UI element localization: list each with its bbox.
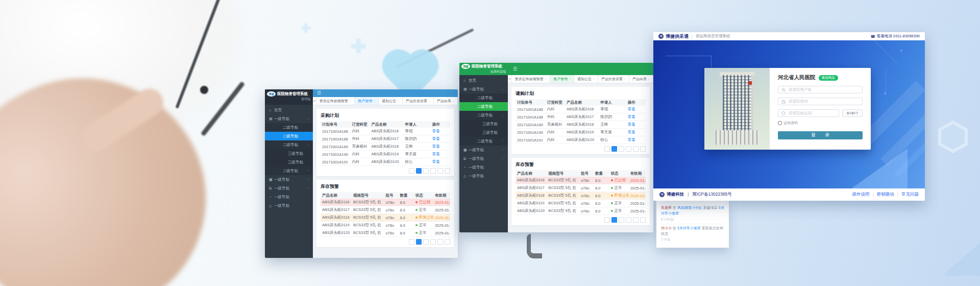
page-button[interactable]	[633, 146, 639, 152]
page-button[interactable]	[626, 146, 631, 152]
page-button[interactable]	[445, 239, 450, 245]
sidebar-item[interactable]: ⌂ 首页	[265, 106, 313, 114]
medical-plus-decoration	[301, 23, 310, 33]
sidebar-item[interactable]: ▦ 一级导航 ﹀	[265, 175, 313, 184]
sidebar-item[interactable]: 二级导航	[459, 102, 508, 111]
page-button[interactable]	[437, 239, 443, 245]
tabs-scroll-icon[interactable]: «	[313, 97, 316, 105]
view-link[interactable]: 查看	[626, 107, 646, 112]
page-button[interactable]	[423, 239, 429, 245]
tab-refresh-icon[interactable]: ○	[398, 100, 399, 103]
page-button[interactable]	[640, 217, 646, 223]
tab-refresh-icon[interactable]: ○	[545, 78, 547, 81]
page-button[interactable]	[416, 239, 422, 245]
sidebar-item[interactable]: 二级导航 ︿	[459, 111, 508, 120]
footer-link-key-driver[interactable]: 密钥驱动	[877, 192, 894, 198]
sidebar-item[interactable]: 二级导航 ﹀	[459, 137, 508, 146]
view-link[interactable]: 查看	[431, 159, 450, 164]
page-button[interactable]	[633, 217, 639, 223]
page-tab[interactable]: 用户管理 ○	[550, 75, 574, 83]
tab-refresh-icon[interactable]: ○	[374, 100, 375, 103]
page-button[interactable]	[416, 168, 422, 174]
page-button[interactable]	[430, 239, 436, 245]
sidebar-item[interactable]: ▤ 一级导航 ︿	[459, 85, 508, 93]
view-link[interactable]: 查看	[626, 137, 646, 142]
sidebar-item[interactable]: 三级导航	[459, 120, 508, 128]
sidebar-item[interactable]: ◔ 一级导航	[459, 163, 508, 172]
page-tab[interactable]: 用户管理 ○	[355, 97, 379, 105]
view-link[interactable]: 查看	[626, 122, 646, 127]
page-button[interactable]	[611, 146, 617, 152]
page-button[interactable]	[437, 168, 443, 174]
service-phone-label: 客服电话 0311-83056390	[877, 34, 920, 39]
sidebar-item[interactable]: △ 一级导航	[265, 201, 313, 210]
sidebar-item[interactable]: 二级导航	[265, 123, 313, 132]
tab-refresh-icon[interactable]: ○	[624, 78, 626, 81]
remember-checkbox[interactable]	[778, 121, 782, 125]
page-tab[interactable]: 通知公告 ○	[574, 75, 598, 83]
password-input[interactable]	[788, 99, 859, 104]
sidebar-item[interactable]: ◔ 一级导航	[265, 193, 313, 201]
login-button[interactable]: 登 录	[778, 131, 863, 139]
page-button[interactable]	[430, 168, 436, 174]
sidebar-item[interactable]: 三级导航	[265, 158, 313, 166]
menu-fold-icon[interactable]: ☰	[317, 90, 321, 96]
status-badge: 正常	[609, 201, 629, 206]
view-link[interactable]: 查看	[431, 152, 450, 157]
page-button[interactable]	[604, 217, 610, 223]
view-link[interactable]: 查看	[626, 114, 646, 120]
page-button[interactable]	[445, 168, 450, 174]
page-button[interactable]	[640, 146, 646, 152]
tab-refresh-icon[interactable]: ○	[429, 100, 430, 103]
sidebar-item[interactable]: ⧉ 一级导航 ﹀	[459, 154, 508, 163]
tab-refresh-icon[interactable]: ○	[648, 78, 650, 81]
sidebar-item[interactable]: ▤ 一级导航 ︿	[265, 114, 313, 123]
captcha-question[interactable]: 6+8=?	[842, 109, 863, 117]
page-tab[interactable]: 资质证件效期预警 ○	[512, 75, 550, 83]
page-button[interactable]	[409, 168, 414, 174]
captcha-input[interactable]	[788, 110, 836, 116]
page-button[interactable]	[619, 146, 624, 152]
tab-refresh-icon[interactable]: ○	[350, 100, 351, 103]
page-button[interactable]	[409, 239, 414, 245]
activity-link[interactable]: 凤凰精英小分队	[677, 206, 702, 209]
sidebar-item[interactable]: 二级导航 ︿	[265, 140, 313, 149]
sidebar-item[interactable]: 三级导航	[265, 149, 313, 158]
activity-user[interactable]: 付小小	[661, 226, 672, 230]
activity-link[interactable]: 5月日常小需求	[677, 226, 701, 230]
username-input[interactable]	[788, 87, 859, 92]
page-tab[interactable]: 产品出库 ○	[434, 97, 458, 105]
activity-user[interactable]: 朱老师	[661, 206, 672, 209]
sidebar-item[interactable]: △ 一级导航	[459, 172, 508, 180]
page-button[interactable]	[619, 217, 624, 223]
view-link[interactable]: 查看	[431, 136, 450, 141]
tabs-scroll-icon[interactable]: «	[508, 75, 512, 83]
page-tab[interactable]: 产品分类设置 ○	[598, 75, 629, 83]
tab-refresh-icon[interactable]: ○	[453, 100, 454, 103]
view-link[interactable]: 查看	[431, 144, 450, 149]
footer-link-help[interactable]: 操作说明	[852, 192, 870, 198]
sidebar-item[interactable]: ▦ 一级导航 ﹀	[459, 146, 508, 154]
view-link[interactable]: 查看	[431, 129, 450, 134]
sidebar-item[interactable]: 三级导航	[459, 128, 508, 137]
sidebar-item[interactable]: 二级导航 ﹀	[265, 166, 313, 175]
page-tab[interactable]: 产品出库 ○	[629, 75, 653, 83]
page-tab[interactable]: 产品分类设置 ○	[403, 97, 434, 105]
page-button[interactable]	[604, 146, 610, 152]
sidebar-item[interactable]: 二级导航	[265, 132, 313, 140]
sidebar-item[interactable]: ⧉ 一级导航 ﹀	[265, 184, 313, 193]
tab-refresh-icon[interactable]: ○	[569, 78, 571, 81]
username-field-wrap	[778, 86, 863, 93]
sidebar-item[interactable]: ⌂ 首页	[459, 76, 508, 85]
sidebar-item[interactable]: 二级导航	[459, 93, 508, 102]
login-footer: 博 博健科技 ｜ 冀ICP备13022385号 操作说明 | 密钥驱动 | 常见…	[653, 188, 925, 201]
tab-refresh-icon[interactable]: ○	[593, 78, 595, 81]
page-button[interactable]	[423, 168, 429, 174]
view-link[interactable]: 查看	[626, 130, 646, 135]
footer-link-faq[interactable]: 常见问题	[901, 192, 919, 198]
page-tab[interactable]: 资质证件效期预警 ○	[316, 97, 355, 105]
menu-fold-icon[interactable]: ☰	[513, 66, 517, 72]
page-tab[interactable]: 通知公告 ○	[379, 97, 403, 105]
page-button[interactable]	[626, 217, 631, 223]
page-button[interactable]	[611, 217, 617, 223]
